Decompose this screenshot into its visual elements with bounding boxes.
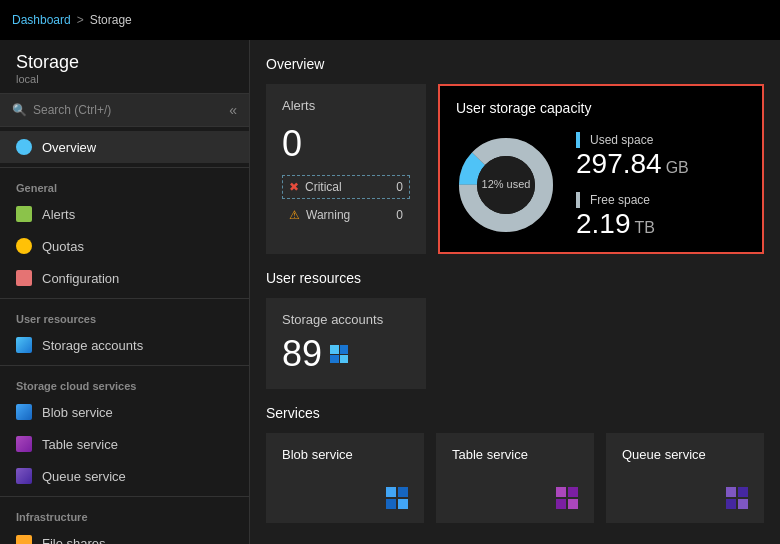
used-space-value: 297.84GB: [576, 150, 689, 178]
section-label-infrastructure: Infrastructure: [0, 501, 249, 527]
blob-service-icon-area: [282, 487, 408, 509]
blob-service-label: Blob service: [282, 447, 408, 462]
queue-icon: [726, 487, 748, 509]
sidebar-item-label: Configuration: [42, 271, 119, 286]
blob-icon: [386, 487, 408, 509]
queue-service-icon-area: [622, 487, 748, 509]
user-resources-section: User resources Storage accounts 89: [266, 270, 764, 389]
sidebar-item-label: Queue service: [42, 469, 126, 484]
section-label-cloud-services: Storage cloud services: [0, 370, 249, 396]
sidebar-item-file-shares[interactable]: File shares: [0, 527, 249, 544]
capacity-inner: 12% used Used space 297.84GB: [456, 132, 746, 238]
donut-label: 12% used: [482, 178, 531, 191]
topbar: Dashboard > Storage: [0, 0, 780, 40]
sidebar-header: Storage local: [0, 40, 249, 94]
sidebar-item-label: Blob service: [42, 405, 113, 420]
critical-alert-row[interactable]: ✖ Critical 0: [282, 175, 410, 199]
sidebar-search-bar[interactable]: 🔍 «: [0, 94, 249, 127]
table-service-icon: [16, 436, 32, 452]
sidebar-item-overview[interactable]: Overview: [0, 131, 249, 163]
sidebar-subtitle: local: [16, 73, 233, 85]
service-card-queue[interactable]: Queue service: [606, 433, 764, 523]
storage-accounts-card-title: Storage accounts: [282, 312, 410, 327]
alerts-card: Alerts 0 ✖ Critical 0 ⚠ Warning 0: [266, 84, 426, 254]
warning-label: Warning: [306, 208, 390, 222]
sidebar: Storage local 🔍 « Overview General Alert…: [0, 40, 250, 544]
free-space-value: 2.19TB: [576, 210, 689, 238]
services-title: Services: [266, 405, 764, 421]
sidebar-item-blob-service[interactable]: Blob service: [0, 396, 249, 428]
sidebar-item-alerts[interactable]: Alerts: [0, 198, 249, 230]
services-section: Services Blob service Table service: [266, 405, 764, 523]
sidebar-item-storage-accounts[interactable]: Storage accounts: [0, 329, 249, 361]
warning-icon: ⚠: [289, 208, 300, 222]
storage-accounts-icon-small: [330, 345, 348, 363]
table-service-icon-area: [452, 487, 578, 509]
free-space-label: Free space: [576, 192, 689, 208]
sidebar-item-label: Table service: [42, 437, 118, 452]
service-card-table[interactable]: Table service: [436, 433, 594, 523]
sidebar-item-label: Storage accounts: [42, 338, 143, 353]
quotas-icon: [16, 238, 32, 254]
main-content: Overview Alerts 0 ✖ Critical 0 ⚠ Warning…: [250, 40, 780, 544]
main-layout: Storage local 🔍 « Overview General Alert…: [0, 40, 780, 544]
file-shares-icon: [16, 535, 32, 544]
warning-alert-row[interactable]: ⚠ Warning 0: [282, 203, 410, 227]
critical-icon: ✖: [289, 180, 299, 194]
critical-label: Critical: [305, 180, 390, 194]
storage-accounts-value: 89: [282, 333, 410, 375]
capacity-title: User storage capacity: [456, 100, 746, 116]
services-grid: Blob service Table service: [266, 433, 764, 523]
breadcrumb-dashboard-link[interactable]: Dashboard: [12, 13, 71, 27]
sidebar-item-queue-service[interactable]: Queue service: [0, 460, 249, 492]
sidebar-nav: Overview General Alerts Quotas Configura…: [0, 127, 249, 544]
sidebar-item-label: Quotas: [42, 239, 84, 254]
used-space-stat: Used space 297.84GB: [576, 132, 689, 178]
overview-row: Alerts 0 ✖ Critical 0 ⚠ Warning 0 User s…: [266, 84, 764, 254]
free-space-stat: Free space 2.19TB: [576, 192, 689, 238]
capacity-stats: Used space 297.84GB Free space: [576, 132, 689, 238]
sidebar-item-configuration[interactable]: Configuration: [0, 262, 249, 294]
overview-icon: [16, 139, 32, 155]
search-icon: 🔍: [12, 103, 27, 117]
donut-chart: 12% used: [456, 135, 556, 235]
storage-accounts-icon: [16, 337, 32, 353]
config-icon: [16, 270, 32, 286]
sidebar-item-label: Alerts: [42, 207, 75, 222]
sidebar-item-label: Overview: [42, 140, 96, 155]
queue-service-label: Queue service: [622, 447, 748, 462]
sidebar-item-quotas[interactable]: Quotas: [0, 230, 249, 262]
alerts-icon: [16, 206, 32, 222]
alerts-card-title: Alerts: [282, 98, 410, 113]
capacity-card: User storage capacity: [438, 84, 764, 254]
search-input[interactable]: [33, 103, 223, 117]
sidebar-title: Storage: [16, 52, 233, 73]
storage-accounts-card[interactable]: Storage accounts 89: [266, 298, 426, 389]
breadcrumb-separator: >: [77, 13, 84, 27]
section-label-user-resources: User resources: [0, 303, 249, 329]
table-icon: [556, 487, 578, 509]
sidebar-item-table-service[interactable]: Table service: [0, 428, 249, 460]
service-card-blob[interactable]: Blob service: [266, 433, 424, 523]
user-resources-title: User resources: [266, 270, 764, 286]
used-space-label: Used space: [576, 132, 689, 148]
queue-service-icon: [16, 468, 32, 484]
warning-value: 0: [396, 208, 403, 222]
breadcrumb-current: Storage: [90, 13, 132, 27]
sidebar-item-label: File shares: [42, 536, 106, 545]
table-service-label: Table service: [452, 447, 578, 462]
blob-service-icon: [16, 404, 32, 420]
critical-value: 0: [396, 180, 403, 194]
alerts-count: 0: [282, 123, 410, 165]
section-label-general: General: [0, 172, 249, 198]
sidebar-collapse-button[interactable]: «: [229, 102, 237, 118]
overview-section-title: Overview: [266, 56, 764, 72]
